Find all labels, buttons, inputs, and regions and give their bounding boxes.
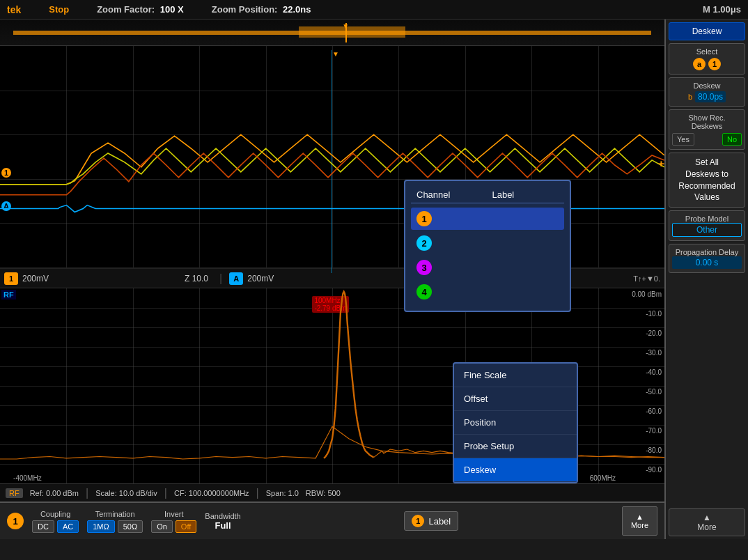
ch1-scale: 200mV: [22, 274, 180, 283]
badge-a: a: [693, 58, 706, 70]
label-btn-text: Label: [428, 516, 451, 527]
bandwidth-group: Bandwidth Full: [205, 512, 240, 531]
ch1-select-badge: 1: [416, 211, 432, 226]
ch1-badge: 1: [4, 272, 18, 285]
controls-bar: 1 Coupling DC AC Termination 1MΩ 50Ω: [0, 501, 664, 539]
ctx-fine-scale[interactable]: Fine Scale: [454, 364, 577, 387]
ctx-deskew[interactable]: Deskew: [454, 458, 577, 482]
coupling-dc-btn[interactable]: DC: [32, 520, 54, 533]
channel-3-row[interactable]: 3: [411, 256, 564, 279]
controls-ch-badge: 1: [7, 513, 24, 529]
ctx-probe-setup[interactable]: Probe Setup: [454, 435, 577, 458]
chA-scale: 200mV: [247, 274, 405, 283]
ch3-select-badge: 3: [416, 260, 432, 275]
ch1-z: Z 10.0: [185, 274, 212, 283]
ch4-select-badge: 4: [416, 284, 432, 300]
deskew-value: 80.0ps: [695, 91, 726, 102]
ctx-offset[interactable]: Offset: [454, 387, 577, 411]
timebase: M 1.00μs: [703, 4, 741, 15]
status: Stop: [49, 4, 69, 15]
chA-badge: A: [229, 272, 243, 285]
right-panel: Deskew Select a 1 Deskew b 80.0ps Show R…: [664, 20, 748, 539]
dropdown-header: Channel Label: [411, 187, 564, 203]
brand: tek: [7, 4, 21, 15]
cf-val: CF: 100.0000000MHz: [174, 489, 249, 497]
prop-delay-value: 0.00 s: [672, 256, 742, 269]
span-val: Span: 1.0: [266, 489, 299, 497]
deskew-val-section: Deskew b 80.0ps: [669, 77, 745, 107]
rf-info-badge: RF: [6, 488, 23, 498]
spectrum-info-bar: RF Ref: 0.00 dBm | Scale: 10.0 dB/div | …: [0, 483, 664, 501]
deskew-btn[interactable]: Deskew: [669, 22, 745, 40]
no-btn[interactable]: No: [722, 133, 742, 146]
channel-dropdown: Channel Label 1 2 3 4: [404, 180, 571, 312]
channel-4-row[interactable]: 4: [411, 281, 564, 303]
scale-val: Scale: 10.0 dB/div: [95, 489, 157, 497]
overview-strip: ▼: [0, 20, 664, 46]
set-all-btn[interactable]: Set All Deskews to Recommended Values: [669, 153, 745, 208]
termination-group: Termination 1MΩ 50Ω: [87, 510, 143, 533]
show-rec-section: Show Rec. Deskews Yes No: [669, 109, 745, 150]
channel-2-row[interactable]: 2: [411, 232, 564, 254]
label-button[interactable]: 1 Label: [404, 511, 458, 531]
select-section: Select a 1: [669, 43, 745, 75]
zoom-position-label: Zoom Position: 22.0ns: [212, 4, 311, 15]
probe-other[interactable]: Other: [672, 223, 742, 237]
yes-btn[interactable]: Yes: [672, 133, 694, 146]
invert-on-btn[interactable]: On: [151, 520, 173, 533]
coupling-group: Coupling DC AC: [32, 510, 79, 533]
header-bar: tek Stop Zoom Factor: 100 X Zoom Positio…: [0, 0, 748, 20]
more-btn[interactable]: ▲ More: [669, 508, 745, 536]
context-menu: Fine Scale Offset Position Probe Setup D…: [453, 362, 578, 483]
rbw-val: RBW: 500: [306, 489, 341, 497]
badge-b: b: [688, 93, 692, 101]
invert-off-btn[interactable]: Off: [176, 520, 196, 533]
prop-delay-section: Propagation Delay 0.00 s: [669, 244, 745, 273]
zoom-factor-label: Zoom Factor: 100 X: [97, 4, 184, 15]
ctx-position[interactable]: Position: [454, 411, 577, 435]
controls-more-btn[interactable]: ▲ More: [622, 506, 657, 536]
channel-1-row[interactable]: 1: [411, 208, 564, 230]
label-ch-badge: 1: [412, 515, 424, 527]
ch2-select-badge: 2: [416, 235, 432, 251]
badge-1: 1: [708, 58, 721, 70]
ref-val: Ref: 0.00 dBm: [30, 489, 79, 497]
svg-text:+: +: [657, 158, 664, 169]
probe-model-section: Probe Model Other: [669, 210, 745, 241]
term-1m-btn[interactable]: 1MΩ: [87, 520, 115, 533]
invert-group: Invert On Off: [151, 510, 196, 533]
coupling-ac-btn[interactable]: AC: [57, 520, 79, 533]
scope-area: ▼ 1 A ▼: [0, 20, 748, 539]
term-50-btn[interactable]: 50Ω: [118, 520, 143, 533]
